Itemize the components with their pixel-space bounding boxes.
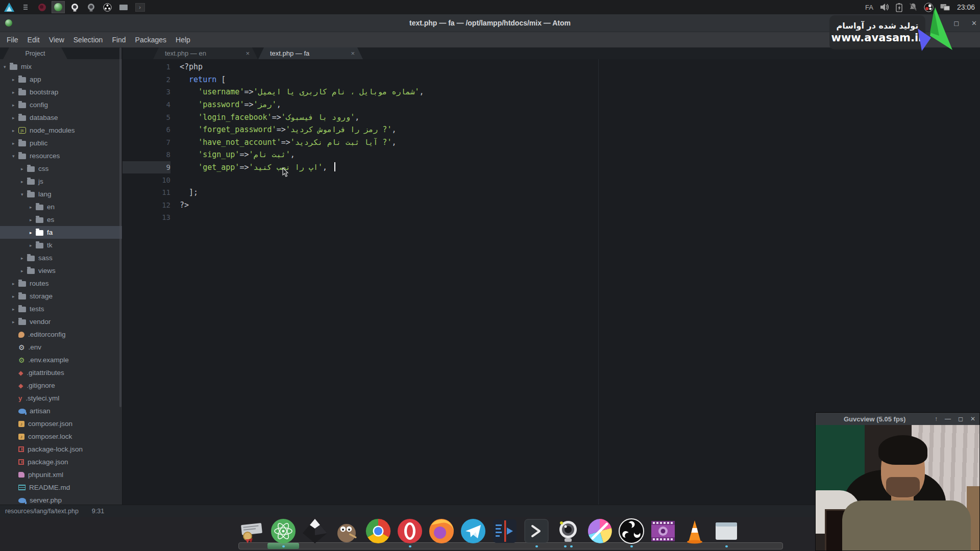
tree-item-sass[interactable]: ▸sass (0, 252, 122, 264)
atom-icon[interactable] (52, 1, 65, 13)
tree-item-views[interactable]: ▸views (0, 264, 122, 277)
tree-item--editorconfig[interactable]: .editorconfig (0, 328, 122, 341)
dock-file-manager[interactable] (713, 518, 740, 544)
dock-video-converter[interactable] (650, 518, 676, 544)
chevron-right-icon[interactable]: ▸ (12, 90, 18, 95)
menu-selection[interactable]: Selection (69, 36, 108, 44)
chevron-right-icon[interactable]: ▸ (12, 77, 18, 82)
chevron-right-icon[interactable]: ▸ (12, 103, 18, 108)
screen-recorder-icon[interactable] (35, 1, 48, 13)
tree-item-css[interactable]: ▸css (0, 162, 122, 175)
close-tab-icon[interactable]: × (347, 49, 355, 57)
webcam-active-icon[interactable] (68, 1, 81, 13)
chevron-right-icon[interactable]: ▸ (21, 268, 27, 273)
chevron-right-icon[interactable]: ▸ (30, 217, 36, 222)
dock-certificates[interactable] (238, 518, 265, 544)
chevron-right-icon[interactable]: ▸ (12, 307, 18, 312)
close-icon[interactable]: ✕ (970, 415, 975, 422)
tree-item-routes[interactable]: ▸routes (0, 277, 122, 290)
maximize-icon[interactable]: ◻ (958, 415, 963, 422)
tab-text-php-en[interactable]: text.php — en× (153, 47, 258, 59)
dock-krita[interactable] (586, 518, 613, 544)
dock-telegram[interactable] (460, 518, 486, 544)
forward-icon[interactable]: › (133, 1, 146, 13)
tree-item-server-php[interactable]: server.php (0, 494, 122, 505)
menu-help[interactable]: Help (171, 36, 195, 44)
chevron-right-icon[interactable]: ▸ (21, 166, 27, 171)
tree-item-composer-json[interactable]: ♪composer.json (0, 417, 122, 430)
minimize-icon[interactable]: — (945, 415, 951, 422)
tree-item-es[interactable]: ▸es (0, 213, 122, 226)
obs-icon[interactable] (101, 1, 114, 13)
tree-item-en[interactable]: ▸en (0, 201, 122, 213)
clock[interactable]: 23:06 (957, 3, 975, 11)
tree-item-tk[interactable]: ▸tk (0, 239, 122, 252)
chevron-right-icon[interactable]: ▸ (12, 128, 18, 133)
tree-item--env-example[interactable]: ⚙.env.example (0, 354, 122, 366)
tree-item-tests[interactable]: ▸tests (0, 303, 122, 315)
tree-item-vendor[interactable]: ▸vendor (0, 315, 122, 328)
tree-item-node-modules[interactable]: ▸jsnode_modules (0, 124, 122, 137)
keyboard-layout-indicator[interactable]: FA (865, 4, 873, 11)
tree-item-resources[interactable]: ▾resources (0, 149, 122, 162)
chevron-right-icon[interactable]: ▸ (12, 115, 18, 120)
chevron-down-icon[interactable]: ▾ (21, 192, 27, 197)
chevron-right-icon[interactable]: ▸ (30, 243, 36, 248)
tree-item-fa[interactable]: ▸fa (0, 226, 122, 239)
dock-terminal[interactable] (523, 518, 550, 544)
tree-item-config[interactable]: ▸config (0, 98, 122, 111)
volume-icon[interactable] (879, 3, 890, 11)
tree-item--env[interactable]: ⚙.env (0, 341, 122, 354)
menu-find[interactable]: Find (107, 36, 130, 44)
dock-obs-studio[interactable] (618, 518, 645, 544)
guvcview-titlebar[interactable]: Guvcview (5.05 fps) ↑ — ◻ ✕ (816, 413, 979, 425)
chevron-right-icon[interactable]: ▸ (21, 256, 27, 261)
tree-item-artisan[interactable]: artisan (0, 405, 122, 417)
tree-item-lang[interactable]: ▾lang (0, 188, 122, 201)
dock-vlc[interactable] (681, 518, 708, 544)
project-tab[interactable]: Project (3, 47, 67, 59)
tree-item-js[interactable]: ▸js (0, 175, 122, 188)
chevron-right-icon[interactable]: ▸ (21, 179, 27, 184)
dock-firefox[interactable] (428, 518, 455, 544)
tree-item--styleci-yml[interactable]: y.styleci.yml (0, 392, 122, 405)
chevron-right-icon[interactable]: ▸ (12, 319, 18, 324)
tree-item--gitignore[interactable]: ◆.gitignore (0, 379, 122, 392)
tree-item-readme-md[interactable]: README.md (0, 481, 122, 494)
tab-text-php-fa[interactable]: text.php — fa× (258, 47, 363, 59)
tree-item-package-lock-json[interactable]: package-lock.json (0, 443, 122, 456)
menu-packages[interactable]: Packages (131, 36, 171, 44)
close-icon[interactable]: ✕ (971, 19, 977, 27)
raise-icon[interactable]: ↑ (935, 415, 938, 422)
restore-icon[interactable]: ◻ (953, 19, 959, 27)
tree-item-mix[interactable]: ▾mix (0, 60, 122, 73)
tree-item-public[interactable]: ▸public (0, 137, 122, 149)
webcam-idle-icon[interactable] (84, 1, 97, 13)
tree-item-bootstrap[interactable]: ▸bootstrap (0, 86, 122, 98)
tree-item-storage[interactable]: ▸storage (0, 290, 122, 303)
chevron-down-icon[interactable]: ▾ (4, 64, 10, 69)
dock-opera[interactable] (397, 518, 423, 544)
task-list-icon[interactable] (19, 1, 32, 13)
chevron-right-icon[interactable]: ▸ (12, 294, 18, 299)
menu-edit[interactable]: Edit (23, 36, 44, 44)
chevron-right-icon[interactable]: ▸ (30, 230, 36, 235)
menu-view[interactable]: View (44, 36, 69, 44)
dock-gimp[interactable] (333, 518, 360, 544)
chevron-right-icon[interactable]: ▸ (12, 281, 18, 286)
dock-atom[interactable] (270, 518, 297, 544)
battery-icon[interactable] (896, 3, 902, 12)
chevron-right-icon[interactable]: ▸ (30, 205, 36, 210)
menu-file[interactable]: File (2, 36, 23, 44)
tree-item-package-json[interactable]: package.json (0, 456, 122, 468)
tree-item-composer-lock[interactable]: ♪composer.lock (0, 430, 122, 443)
avasam-logo-icon[interactable] (3, 1, 16, 13)
dock-inkscape[interactable] (302, 518, 328, 544)
tree-item-phpunit-xml[interactable]: phpunit.xml (0, 468, 122, 481)
dock-chrome[interactable] (365, 518, 391, 544)
chevron-right-icon[interactable]: ▸ (12, 141, 18, 146)
close-tab-icon[interactable]: × (241, 49, 250, 57)
tree-item-database[interactable]: ▸database (0, 111, 122, 124)
tree-scrollbar[interactable] (119, 47, 121, 407)
tree-item-app[interactable]: ▸app (0, 73, 122, 86)
